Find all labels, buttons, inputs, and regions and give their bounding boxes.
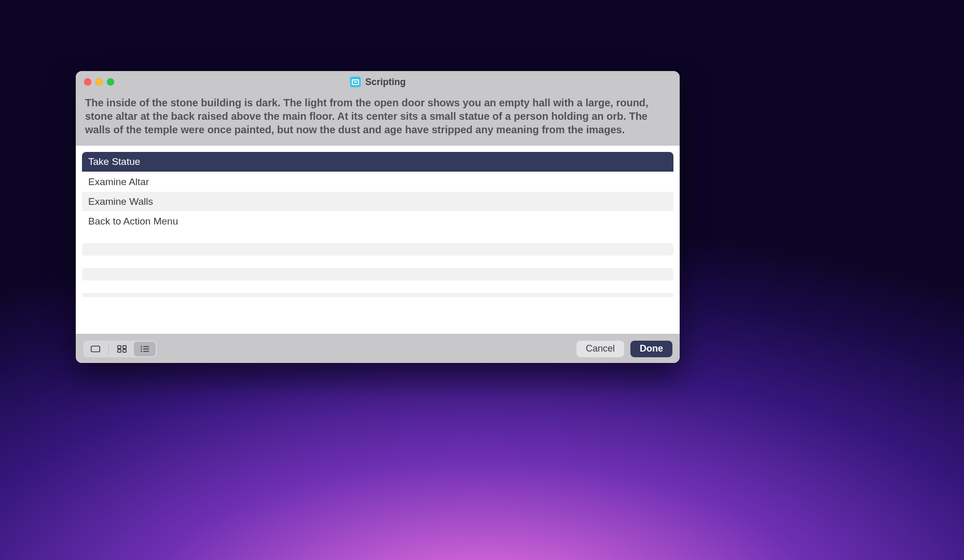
view-grid-button[interactable] [111,342,133,356]
view-mode-segmented [83,340,157,358]
option-label: Examine Altar [88,176,149,188]
empty-group [82,243,673,256]
empty-group [82,268,673,281]
window-title: Scripting [365,77,406,88]
dialog-window: Scripting The inside of the stone buildi… [76,71,680,363]
footer-actions: Cancel Done [576,341,672,357]
footer: Cancel Done [76,334,680,363]
option-label: Back to Action Menu [88,216,178,227]
narrative-text: The inside of the stone building is dark… [76,91,680,146]
minimize-icon[interactable] [95,78,103,86]
rectangle-icon [90,344,101,354]
svg-rect-2 [123,345,126,348]
option-label: Take Statue [88,156,140,167]
empty-group [82,293,673,297]
option-label: Examine Walls [88,196,153,207]
maximize-icon[interactable] [107,78,114,86]
title-center: Scripting [83,76,672,88]
svg-rect-4 [123,349,126,352]
svg-rect-0 [91,346,100,352]
options-group: Take Statue Examine Altar Examine Walls … [82,152,673,231]
list-icon [139,344,150,354]
option-examine-altar[interactable]: Examine Altar [82,172,673,191]
svg-rect-1 [118,345,121,348]
titlebar: Scripting [76,71,680,91]
traffic-lights [84,78,114,86]
done-button[interactable]: Done [630,341,672,357]
app-icon [350,76,361,88]
close-icon[interactable] [84,78,91,86]
segmented-divider [108,344,109,354]
svg-point-7 [141,348,142,349]
grid-icon [116,344,128,354]
svg-point-5 [141,346,142,347]
view-single-button[interactable] [85,342,106,356]
option-examine-walls[interactable]: Examine Walls [82,191,673,211]
options-body: Take Statue Examine Altar Examine Walls … [76,146,680,334]
svg-point-9 [141,351,142,352]
option-take-statue[interactable]: Take Statue [82,152,673,172]
cancel-button[interactable]: Cancel [576,341,624,357]
option-back[interactable]: Back to Action Menu [82,211,673,231]
view-list-button[interactable] [134,342,156,356]
svg-rect-3 [118,349,121,352]
